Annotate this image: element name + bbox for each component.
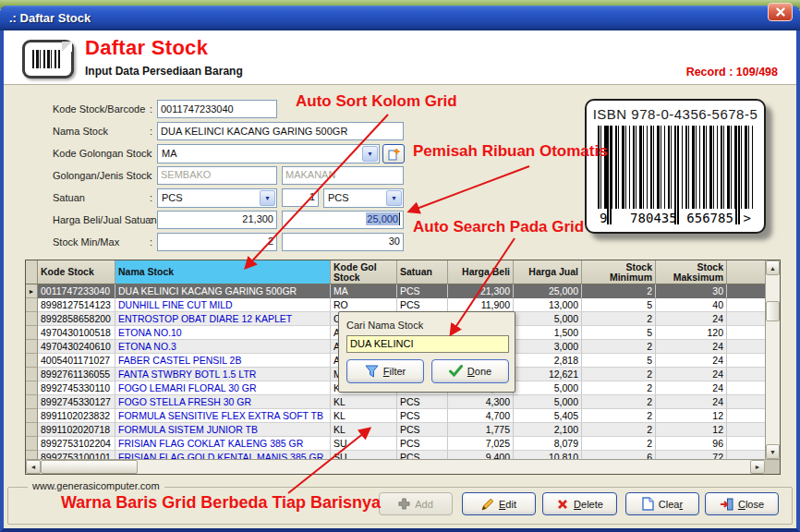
filter-button-label: Filter [383, 366, 406, 377]
table-cell: 10,810 [514, 451, 582, 459]
colon: : [150, 103, 152, 115]
plus-icon [398, 498, 410, 510]
check-icon [449, 365, 463, 377]
table-cell: KL [331, 423, 397, 437]
table-cell: 2 [582, 312, 656, 326]
row-marker [26, 340, 38, 354]
table-row[interactable]: 8992753100101FRISIAN FLAG GOLD KENTAL MA… [26, 451, 765, 459]
row-marker [26, 312, 38, 326]
satuan-qty-input[interactable]: 1 [282, 188, 319, 207]
harga-beli-input[interactable]: 21,300 [157, 211, 277, 229]
table-cell: 12 [656, 423, 727, 437]
stock-max-input[interactable]: 30 [282, 233, 404, 251]
scroll-left-button[interactable]: ◄ [26, 460, 41, 474]
table-cell: 11,900 [448, 298, 514, 312]
window-titlebar[interactable]: .: Daftar Stock [0, 6, 800, 30]
table-cell-filler [727, 368, 765, 381]
column-header-harga-beli[interactable]: Harga Beli [448, 260, 514, 284]
table-cell: 25,000 [514, 284, 582, 298]
column-header-harga-jual[interactable]: Harga Jual [514, 260, 582, 284]
kode-stock-input[interactable] [157, 100, 277, 118]
close-window-button[interactable]: Close [705, 492, 779, 515]
column-header-stock-minimum[interactable]: Stock Minimum [582, 260, 656, 284]
table-cell: 21,300 [448, 284, 514, 298]
delete-button[interactable]: Delete [542, 492, 617, 515]
colon: : [150, 214, 152, 225]
add-golongan-button[interactable] [382, 144, 405, 163]
table-cell: 1,500 [514, 326, 582, 340]
barcode-digit-group: > [744, 211, 751, 225]
table-row[interactable]: 8992745330127FOGO STELLA FRESH 30 GRKLPC… [26, 395, 765, 409]
table-cell: PCS [397, 298, 448, 312]
vertical-scrollbar[interactable]: ▲ ▼ [765, 260, 780, 459]
chevron-down-icon[interactable]: ▼ [386, 190, 402, 206]
table-cell: 7,025 [448, 437, 514, 451]
table-cell: 3,000 [514, 340, 582, 354]
barcode-image: ISBN 978-0-4356-5678-5 9 780435 656785 > [585, 99, 766, 234]
vertical-scroll-thumb[interactable] [766, 301, 780, 321]
nama-stock-input[interactable] [157, 122, 404, 140]
kode-golongan-combo[interactable]: MA ▼ [157, 144, 380, 163]
row-marker [26, 381, 38, 395]
table-row[interactable]: ►0011747233040DUA KELINCI KACANG GARING … [26, 284, 765, 298]
table-row[interactable]: 8991102020718FORMULA SISTEM JUNIOR TBKLP… [26, 423, 765, 437]
vertical-scroll-track[interactable] [766, 275, 780, 444]
table-cell: 5,000 [514, 312, 582, 326]
table-row[interactable]: 8992753102204FRISIAN FLAG COKLAT KALENG … [26, 437, 765, 451]
scroll-right-button[interactable]: ► [750, 460, 765, 474]
table-cell: PCS [397, 437, 448, 451]
stock-min-input[interactable]: 2 [157, 233, 277, 251]
row-marker [26, 423, 38, 437]
table-cell: RO [331, 298, 397, 312]
column-header-stock-maksimum[interactable]: Stock Maksimum [656, 260, 727, 284]
table-cell: 24 [656, 312, 727, 326]
satuan-combo-2[interactable]: PCS ▼ [323, 188, 404, 208]
column-header-nama-stock[interactable]: Nama Stock [115, 260, 331, 284]
table-cell: ETONA NO.3 [115, 340, 331, 354]
horizontal-scroll-thumb[interactable] [41, 460, 138, 474]
done-button[interactable]: Done [431, 359, 509, 383]
close-button[interactable] [768, 3, 793, 21]
filter-funnel-icon [365, 365, 379, 378]
table-cell: MA [331, 284, 397, 298]
table-cell: 4970430240610 [38, 340, 115, 354]
window-title: .: Daftar Stock [9, 11, 91, 25]
table-row[interactable]: 8998127514123DUNHILL FINE CUT MILDROPCS1… [26, 298, 765, 312]
annotation-pemisah-ribuan: Pemisah Ribuan Otomatis [413, 142, 608, 161]
annotation-auto-sort: Auto Sort Kolom Grid [296, 92, 457, 111]
table-cell-filler [727, 312, 765, 326]
table-cell: PCS [397, 451, 448, 459]
scroll-up-button[interactable]: ▲ [766, 260, 780, 275]
table-cell: DUNHILL FINE CUT MILD [115, 298, 331, 312]
column-header-satuan[interactable]: Satuan [397, 260, 448, 284]
chevron-down-icon[interactable]: ▼ [260, 190, 275, 206]
delete-x-icon [556, 498, 569, 511]
horizontal-scrollbar[interactable]: ◄ ► [26, 459, 780, 474]
table-cell: PCS [397, 409, 448, 423]
barcode-sticker-icon [22, 40, 74, 79]
filter-button[interactable]: Filter [346, 359, 424, 383]
table-cell-filler [727, 354, 765, 368]
kode-golongan-value: MA [162, 148, 177, 159]
horizontal-scroll-track[interactable] [138, 460, 750, 474]
edit-button[interactable]: Edit [462, 492, 536, 515]
row-marker [26, 298, 38, 312]
clear-button-label: Clear [659, 499, 683, 510]
harga-jual-input[interactable]: 25,000 [282, 211, 404, 229]
column-header-kode-gol-stock[interactable]: Kode Gol Stock [331, 260, 397, 284]
table-cell-filler [727, 409, 765, 423]
table-row[interactable]: 8991102023832FORMULA SENSITIVE FLEX EXTR… [26, 409, 765, 423]
column-header-kode-stock[interactable]: Kode Stock [38, 260, 115, 284]
table-cell: FANTA STWBRY BOTL 1.5 LTR [115, 368, 331, 381]
scroll-down-button[interactable]: ▼ [766, 444, 780, 459]
search-input[interactable] [346, 335, 509, 353]
table-cell-filler [727, 284, 765, 298]
chevron-down-icon[interactable]: ▼ [362, 146, 378, 162]
satuan-combo-1[interactable]: PCS ▼ [157, 188, 277, 208]
table-cell: 12 [656, 409, 727, 423]
clear-button[interactable]: Clear [625, 492, 699, 515]
table-cell-filler [727, 381, 765, 395]
table-cell: KL [331, 395, 397, 409]
table-cell: 40 [656, 298, 727, 312]
add-button[interactable]: Add [379, 492, 453, 515]
